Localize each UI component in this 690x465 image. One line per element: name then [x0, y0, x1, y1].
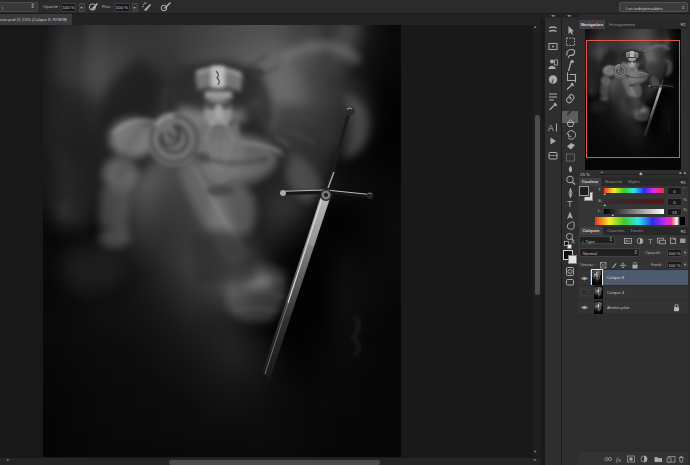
- svg-text:fx: fx: [616, 455, 622, 463]
- svg-text:i: i: [551, 77, 553, 84]
- svg-text:A: A: [548, 123, 554, 133]
- svg-text:T: T: [567, 199, 573, 209]
- svg-text:T: T: [648, 237, 653, 244]
